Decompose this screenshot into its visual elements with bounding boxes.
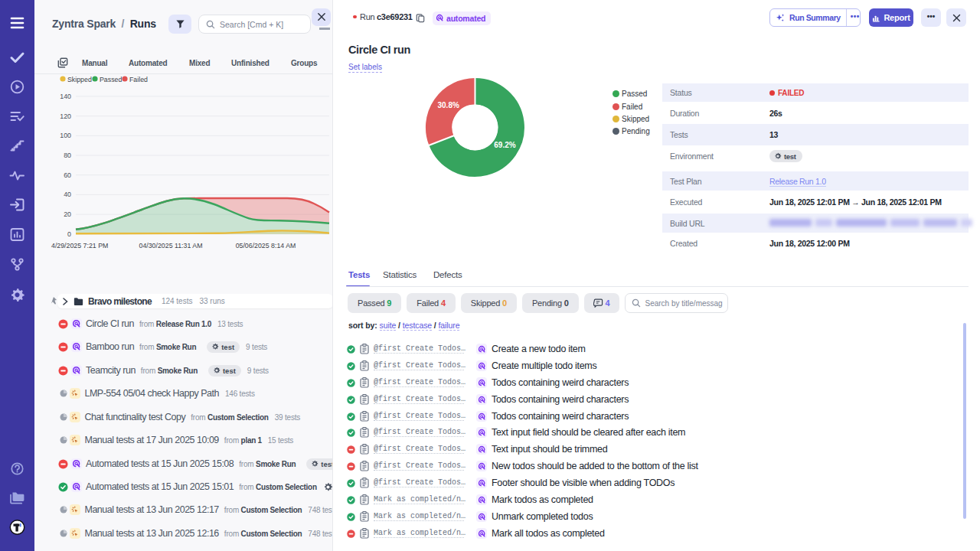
svg-text:80: 80 — [64, 152, 71, 159]
svg-text:05/06/2025 8:14 AM: 05/06/2025 8:14 AM — [236, 242, 296, 249]
svg-text:40: 40 — [64, 191, 71, 198]
svg-text:20: 20 — [64, 210, 71, 218]
svg-text:30.8%: 30.8% — [438, 101, 459, 109]
svg-text:Passed: Passed — [100, 76, 122, 83]
svg-text:4/29/2025 7:21 PM: 4/29/2025 7:21 PM — [51, 242, 108, 249]
svg-text:Skipped: Skipped — [67, 76, 92, 83]
svg-text:69.2%: 69.2% — [494, 141, 515, 149]
svg-text:Failed: Failed — [129, 76, 148, 83]
svg-text:100: 100 — [60, 132, 71, 139]
svg-text:60: 60 — [64, 171, 71, 179]
svg-text:04/30/2025 11:31 AM: 04/30/2025 11:31 AM — [139, 242, 203, 249]
svg-text:140: 140 — [60, 93, 71, 100]
svg-text:0: 0 — [67, 230, 71, 238]
svg-text:120: 120 — [60, 112, 71, 120]
